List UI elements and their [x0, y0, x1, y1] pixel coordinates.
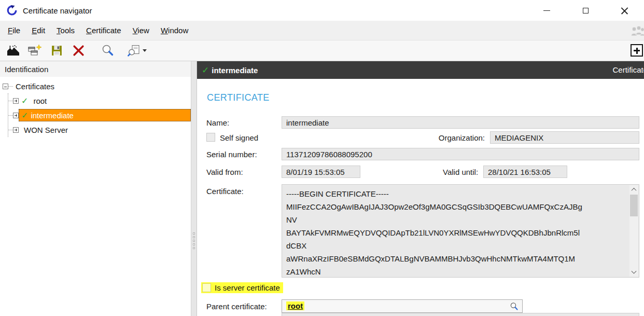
expand-expander-icon[interactable]	[13, 98, 19, 104]
is-server-certificate-checkbox[interactable]	[202, 283, 211, 292]
tree-item-root[interactable]: root	[8, 93, 191, 108]
factory-icon	[6, 45, 20, 57]
close-icon	[621, 7, 628, 15]
panel-splitter[interactable]	[191, 61, 197, 316]
add-button[interactable]	[631, 44, 644, 57]
tree-connector	[8, 101, 13, 101]
maximize-icon	[583, 8, 589, 13]
section-title: CERTIFICATE	[207, 92, 270, 103]
self-signed-label: Self signed	[220, 133, 258, 142]
factory-button[interactable]	[4, 42, 22, 60]
detail-header: intermediate Certificate	[197, 61, 644, 79]
search-options-button[interactable]	[128, 42, 147, 60]
valid-from-field[interactable]: 8/01/19 15:53:05	[282, 166, 360, 178]
tree-item-won-server[interactable]: WON Server	[8, 122, 191, 137]
lookup-magnifier-icon[interactable]	[510, 302, 519, 311]
tree-connector	[8, 130, 13, 130]
certificate-label: Certificate:	[206, 187, 244, 196]
menu-tools[interactable]: Tools	[51, 22, 80, 38]
new-item-icon	[27, 44, 42, 58]
scroll-down-icon[interactable]	[629, 268, 638, 277]
valid-check-icon	[21, 96, 31, 106]
menu-edit[interactable]: Edit	[26, 22, 51, 38]
valid-until-label: Valid until:	[443, 168, 478, 176]
is-server-certificate-row: Is server certificate	[201, 282, 283, 293]
search-button[interactable]	[99, 42, 116, 60]
serial-number-label: Serial number:	[206, 150, 257, 159]
is-server-certificate-label: Is server certificate	[215, 283, 280, 292]
parent-certificate-field[interactable]: root	[282, 299, 523, 313]
valid-check-icon	[21, 111, 31, 120]
tree-connector	[8, 115, 13, 116]
tree-connector	[8, 86, 13, 87]
menu-view[interactable]: View	[127, 22, 155, 38]
certificate-pem-text: -----BEGIN CERTIFICATE----- MIIFezCCA2Og…	[282, 185, 628, 277]
toolbar	[0, 40, 644, 61]
name-label: Name:	[206, 118, 229, 127]
minimize-icon	[543, 10, 550, 11]
main-area: Identification Certificates root	[0, 61, 644, 316]
splitter-grip-icon	[193, 232, 195, 251]
sidebar-header: Identification	[0, 61, 191, 77]
scrollbar-thumb[interactable]	[630, 195, 638, 216]
certificate-form: CERTIFICATE Name: intermediate Self sign…	[197, 79, 644, 316]
search-options-icon	[128, 44, 141, 58]
maximize-button[interactable]	[566, 0, 605, 21]
app-logo-icon	[6, 5, 18, 16]
menu-certificate[interactable]: Certificate	[80, 22, 127, 38]
selected-tree-node[interactable]: intermediate	[19, 109, 191, 121]
valid-until-field[interactable]: 28/10/21 16:53:05	[483, 166, 567, 178]
organization-field[interactable]: MEDIAGENIX	[490, 131, 639, 144]
scroll-up-icon[interactable]	[629, 185, 638, 194]
tree-item-intermediate[interactable]: intermediate	[8, 108, 191, 122]
menu-bar: File Edit Tools Certificate View Window	[0, 21, 644, 40]
valid-check-icon	[202, 65, 212, 76]
collapse-expander-icon[interactable]	[3, 84, 8, 89]
tree-label: root	[33, 97, 47, 105]
expand-expander-icon[interactable]	[13, 113, 19, 118]
detail-title: intermediate	[212, 66, 258, 75]
title-bar: Certificate navigator	[0, 0, 644, 21]
certificate-scrollbar[interactable]	[629, 185, 638, 277]
tree-label: WON Server	[24, 126, 68, 134]
parent-certificate-link[interactable]: root	[286, 301, 304, 310]
tree-label: Certificates	[16, 82, 54, 91]
valid-from-label: Valid from:	[206, 168, 243, 176]
new-item-button[interactable]	[26, 42, 44, 60]
serial-number-field[interactable]: 11371209786088095200	[282, 148, 639, 160]
save-icon	[50, 44, 63, 57]
self-signed-checkbox[interactable]	[206, 133, 215, 142]
close-button[interactable]	[605, 0, 644, 21]
certificate-navigator-window: Certificate navigator File Edit Tools Ce…	[0, 0, 644, 316]
parent-certificate-label: Parent certificate:	[206, 302, 267, 311]
certificate-detail-panel: intermediate Certificate CERTIFICATE Nam…	[197, 61, 644, 316]
delete-icon	[72, 44, 85, 57]
menu-file[interactable]: File	[2, 22, 26, 38]
expand-expander-icon[interactable]	[13, 127, 19, 133]
dropdown-arrow-icon	[143, 49, 147, 52]
minimize-button[interactable]	[527, 0, 566, 21]
users-icon	[629, 25, 644, 37]
delete-button[interactable]	[69, 42, 87, 60]
organization-label: Organization:	[420, 133, 485, 142]
search-icon	[101, 44, 115, 58]
save-button[interactable]	[48, 42, 65, 60]
certificate-tree: Certificates root	[0, 77, 191, 137]
window-controls	[527, 0, 644, 21]
menu-window[interactable]: Window	[155, 22, 194, 38]
identification-panel: Identification Certificates root	[0, 61, 191, 316]
tree-label: intermediate	[31, 111, 74, 120]
certificate-textarea[interactable]: -----BEGIN CERTIFICATE----- MIIFezCCA2Og…	[282, 184, 639, 278]
tree-item-certificates[interactable]: Certificates	[0, 79, 191, 93]
name-field[interactable]: intermediate	[282, 116, 639, 129]
add-icon	[631, 44, 643, 57]
detail-header-type: Certificate	[612, 65, 644, 74]
window-title: Certificate navigator	[23, 6, 92, 15]
next-field-partial[interactable]	[282, 313, 639, 316]
